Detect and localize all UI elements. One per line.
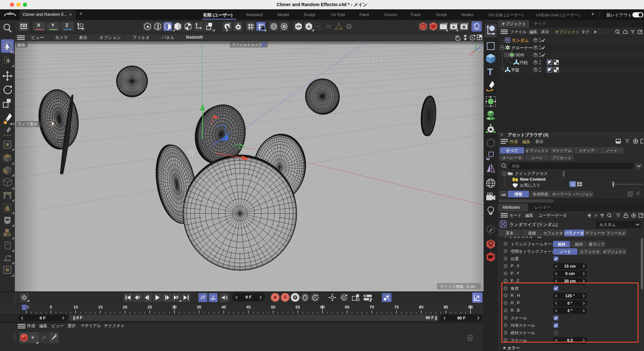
svg-text:20: 20 (123, 305, 127, 309)
svg-text:50: 50 (271, 305, 275, 309)
svg-text:5: 5 (50, 305, 52, 309)
svg-text:25: 25 (147, 305, 152, 309)
svg-text:65: 65 (345, 305, 349, 309)
svg-text:10: 10 (73, 305, 78, 309)
svg-text:35: 35 (197, 305, 201, 309)
svg-text:40: 40 (222, 305, 226, 309)
svg-text:85: 85 (444, 305, 448, 309)
svg-text:45: 45 (246, 305, 251, 309)
svg-text:15: 15 (98, 305, 103, 309)
svg-text:55: 55 (296, 305, 300, 309)
svg-text:75: 75 (394, 305, 399, 309)
svg-text:A: A (212, 295, 214, 298)
svg-text:RV: RV (421, 25, 425, 28)
svg-text:80: 80 (419, 305, 423, 309)
svg-text:70: 70 (370, 305, 374, 309)
svg-text:A: A (307, 24, 310, 29)
